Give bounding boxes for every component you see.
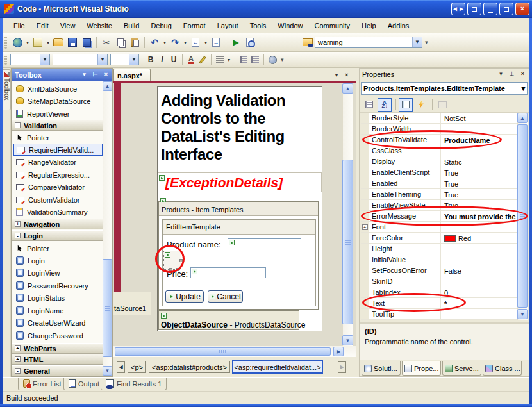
properties-menu-button[interactable]: ▾: [497, 70, 505, 78]
view-in-browser-button[interactable]: [243, 35, 257, 49]
property-row-forecolor[interactable]: ForeColorRed: [361, 233, 528, 244]
align-dropdown[interactable]: ▾: [226, 57, 232, 63]
toolbox-section-general[interactable]: -General: [12, 365, 104, 376]
toolbox-item-reportviewer[interactable]: ReportViewer: [13, 108, 103, 120]
scrollbar-thumb[interactable]: [115, 347, 331, 356]
property-row[interactable]: DisplayStatic: [361, 156, 528, 167]
toolbox-item-regularexpressionvalidator[interactable]: RegularExpressio...: [13, 169, 103, 181]
toolbox-menu-button[interactable]: ▾: [80, 71, 88, 79]
toolbox-item-createuserwizard[interactable]: CreateUserWizard: [13, 317, 103, 329]
property-row[interactable]: EnableThemingTrue: [361, 189, 528, 200]
categorized-button[interactable]: [362, 98, 376, 112]
bold-button[interactable]: B: [145, 53, 156, 67]
property-row[interactable]: Height: [361, 244, 528, 254]
menu-view[interactable]: View: [54, 20, 81, 31]
collapse-icon[interactable]: -: [15, 233, 21, 238]
toolbox-item-pointer[interactable]: Pointer: [13, 131, 103, 144]
tab-find-results[interactable]: Find Results 1: [101, 378, 167, 390]
menu-community[interactable]: Community: [308, 20, 356, 31]
property-row[interactable]: EnabledTrue: [361, 178, 528, 189]
font-name-combo[interactable]: ▼: [53, 54, 108, 65]
tab-error-list[interactable]: Error List: [18, 378, 67, 390]
toolbox-item-loginname[interactable]: LoginName: [13, 304, 103, 317]
paste-button[interactable]: [128, 35, 142, 49]
italic-button[interactable]: I: [156, 53, 168, 67]
redo-dropdown[interactable]: ▾: [182, 40, 188, 46]
product-name-textbox[interactable]: [228, 238, 301, 249]
property-row[interactable]: EnableViewStateTrue: [361, 200, 528, 211]
close-button[interactable]: ×: [515, 3, 529, 15]
property-row-controltovalidate[interactable]: ControlToValidateProductName: [361, 135, 528, 145]
scrollbar-thumb[interactable]: [103, 259, 112, 357]
add-new-item-dropdown[interactable]: ▾: [45, 40, 51, 46]
object-selector-combo[interactable]: Products.ItemTemplates.EditItemTemplate …: [361, 82, 528, 95]
save-all-button[interactable]: [79, 35, 94, 49]
toolbox-section-webparts[interactable]: +WebParts: [12, 343, 104, 354]
tag-p[interactable]: <p>: [128, 361, 146, 373]
exception-details-literal[interactable]: [ExceptionDetails]: [158, 172, 322, 192]
property-row[interactable]: EnableClientScriptTrue: [361, 167, 528, 178]
cut-button[interactable]: ✂: [99, 35, 113, 49]
property-row-font[interactable]: +Font: [361, 222, 528, 233]
property-row[interactable]: SetFocusOnErrorFalse: [361, 265, 528, 276]
dock-arrows-button[interactable]: ◄►: [451, 3, 465, 15]
design-surface[interactable]: Adding Validation Controls to the DataLi…: [113, 83, 356, 346]
toolbox-title-bar[interactable]: Toolbox ▾ ⊢ ×: [12, 69, 112, 81]
toolbox-item-login[interactable]: Login: [13, 254, 103, 267]
font-size-combo[interactable]: ▼: [110, 54, 139, 65]
properties-view-button[interactable]: [399, 98, 413, 112]
document-tab[interactable]: n.aspx*: [113, 69, 151, 81]
toolbox-item-passwordrecovery[interactable]: PasswordRecovery: [13, 279, 103, 292]
toolbox-item-loginstatus[interactable]: LoginStatus: [13, 292, 103, 304]
objectdatasource-control[interactable]: ObjectDataSource - ProductsDataSource: [158, 310, 299, 330]
collapse-icon[interactable]: -: [15, 122, 21, 128]
highlight-button[interactable]: [197, 53, 208, 67]
properties-close-button[interactable]: ×: [519, 70, 527, 78]
menu-format[interactable]: Format: [178, 20, 212, 31]
toolbox-item-pointer[interactable]: Pointer: [13, 242, 103, 254]
events-button[interactable]: [414, 98, 428, 112]
align-button[interactable]: [214, 53, 226, 67]
find-combo-arrow[interactable]: ▼: [412, 37, 422, 47]
object-selector-arrow[interactable]: ▼: [520, 83, 527, 94]
hyperlink-button[interactable]: [267, 53, 278, 67]
target-rule-combo[interactable]: ▼: [10, 54, 50, 65]
toolbox-section-navigation[interactable]: +Navigation: [12, 219, 104, 229]
menu-website[interactable]: Website: [81, 20, 118, 31]
toolbox-autohide-tab[interactable]: Toolbox: [3, 69, 11, 110]
toolbox-item-requiredfieldvalidator[interactable]: RequiredFieldValid...: [13, 144, 103, 156]
collapse-icon[interactable]: -: [15, 368, 21, 374]
toolbox-item-comparevalidator[interactable]: CompareValidator: [13, 181, 103, 193]
navigate-backward-dropdown[interactable]: ▾: [203, 40, 209, 46]
navigate-backward-button[interactable]: ←: [188, 35, 203, 49]
numbered-list-button[interactable]: [249, 53, 261, 67]
toolbox-pin-button[interactable]: ⊢: [91, 71, 99, 79]
toolbox-section-html[interactable]: +HTML: [12, 354, 104, 365]
toolbox-item-sitemapdatasource[interactable]: SiteMapDataSource: [13, 95, 103, 107]
toolbox-item-loginview[interactable]: LoginView: [13, 267, 103, 279]
toolbar-overflow-button[interactable]: ▾: [281, 56, 283, 63]
bullet-list-button[interactable]: [238, 53, 249, 67]
menu-addins[interactable]: Addins: [382, 20, 415, 31]
scroll-down-button[interactable]: ▼: [342, 335, 353, 345]
toolbar-overflow-button[interactable]: ▾: [425, 39, 427, 46]
properties-title-bar[interactable]: Properties ▾ ⊥ ×: [360, 69, 529, 80]
scroll-up-button[interactable]: ▲: [103, 81, 112, 91]
foreground-color-button[interactable]: A: [185, 53, 197, 67]
start-debugging-button[interactable]: ▶: [229, 35, 243, 49]
new-website-button[interactable]: [10, 35, 24, 49]
menu-debug[interactable]: Debug: [145, 20, 177, 31]
property-pages-button[interactable]: [435, 98, 449, 112]
menu-window[interactable]: Window: [272, 20, 308, 31]
datalist-products-editor[interactable]: Products - Item Templates EditItemTempla…: [158, 201, 319, 310]
new-website-dropdown[interactable]: ▾: [24, 40, 31, 46]
undo-dropdown[interactable]: ▾: [162, 40, 168, 46]
property-row[interactable]: SkinID: [361, 276, 528, 287]
scroll-up-button[interactable]: ▲: [342, 83, 353, 94]
scrollbar-thumb[interactable]: [517, 124, 528, 308]
resize-handle[interactable]: [179, 259, 183, 262]
tag-requiredfieldvalidator[interactable]: <asp:requiredfieldvalidat...>: [232, 360, 323, 374]
scroll-down-button[interactable]: ▼: [103, 366, 112, 376]
property-row[interactable]: CssClass: [361, 145, 528, 156]
underline-button[interactable]: U: [168, 53, 179, 67]
